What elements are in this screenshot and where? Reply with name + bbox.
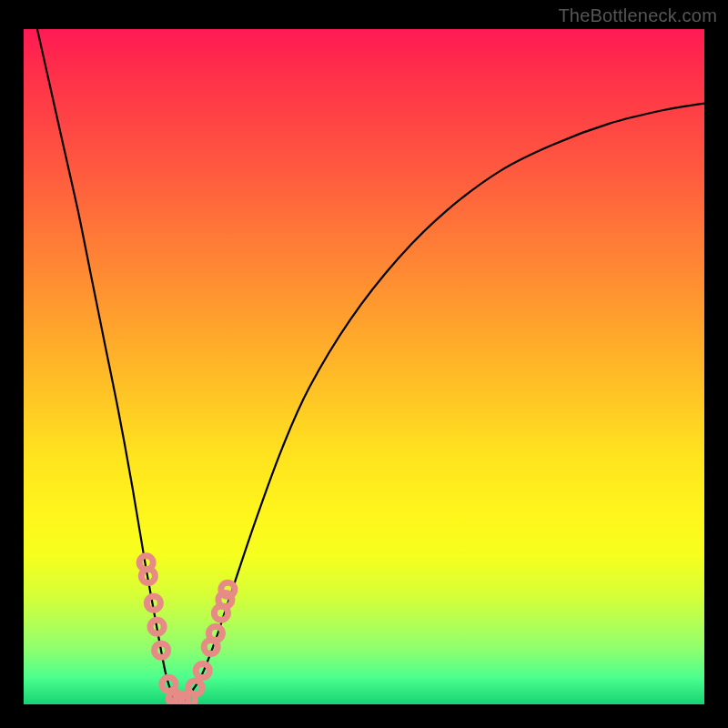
- watermark-text: TheBottleneck.com: [558, 5, 717, 26]
- curve-right-branch: [180, 104, 704, 704]
- chart-overlay: [24, 29, 704, 704]
- marker-ring: [221, 582, 235, 596]
- marker-group: [139, 556, 235, 704]
- marker-ring: [208, 627, 222, 641]
- chart-stage: TheBottleneck.com: [0, 0, 728, 728]
- marker-ring: [147, 596, 160, 610]
- plot-area: [24, 29, 704, 704]
- curve-left-branch: [37, 29, 177, 704]
